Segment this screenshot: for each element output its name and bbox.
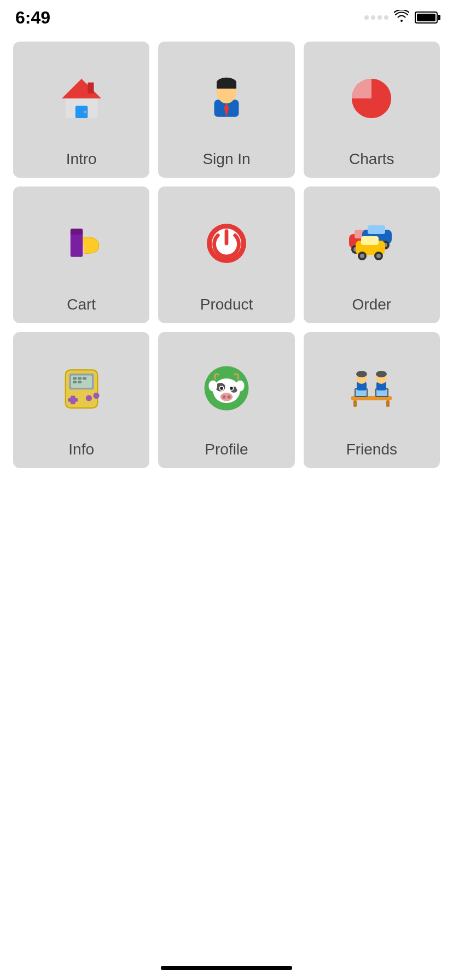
svg-point-43 [93,393,99,399]
friends-label: Friends [346,441,397,458]
info-label: Info [68,441,94,458]
svg-rect-10 [70,231,83,256]
svg-rect-11 [70,229,83,235]
cart-label: Cart [67,296,96,313]
product-icon [164,196,289,290]
grid-item-sign-in[interactable]: Sign In [158,42,294,178]
svg-rect-27 [361,236,379,245]
battery-icon [415,11,438,24]
svg-rect-9 [217,82,236,88]
signal-dots-icon [364,15,388,20]
svg-point-42 [86,395,92,401]
grid-item-product[interactable]: Product [158,186,294,323]
grid-item-order[interactable]: Order [304,186,440,323]
status-icons [364,10,438,25]
svg-rect-21 [368,225,385,234]
grid-item-charts[interactable]: Charts [304,42,440,178]
charts-icon [309,51,434,145]
intro-label: Intro [66,150,97,168]
svg-point-66 [356,371,367,377]
svg-marker-3 [62,79,101,98]
status-time: 6:49 [15,8,50,28]
svg-rect-37 [83,377,86,380]
home-bar [161,966,292,970]
order-label: Order [352,296,392,313]
sign-in-icon [164,51,289,145]
product-label: Product [200,296,253,313]
svg-point-54 [230,387,233,390]
info-icon [19,342,144,435]
app-grid: Intro Sign In Charts [0,33,453,477]
sign-in-label: Sign In [202,150,250,168]
svg-point-56 [236,381,245,392]
grid-item-info[interactable]: Info [13,332,149,468]
svg-rect-4 [88,82,94,93]
charts-label: Charts [349,150,394,168]
intro-icon [19,51,144,145]
grid-item-intro[interactable]: Intro [13,42,149,178]
svg-rect-59 [386,400,390,407]
grid-item-friends[interactable]: Friends [304,332,440,468]
profile-icon [164,342,289,435]
svg-point-50 [227,395,231,399]
status-bar: 6:49 [0,0,453,33]
svg-rect-58 [353,400,357,407]
wifi-icon [394,10,409,25]
svg-rect-35 [73,377,77,380]
svg-point-69 [376,371,387,377]
cart-icon [19,196,144,290]
svg-point-55 [208,381,217,392]
svg-point-31 [376,254,381,258]
grid-item-profile[interactable]: Profile [158,332,294,468]
svg-point-49 [222,395,226,399]
svg-point-29 [360,254,364,258]
svg-rect-41 [68,398,78,402]
svg-point-53 [220,387,223,390]
friends-icon [309,342,434,435]
order-icon [309,196,434,290]
grid-item-cart[interactable]: Cart [13,186,149,323]
profile-label: Profile [205,441,248,458]
svg-point-2 [84,110,86,113]
svg-rect-38 [73,381,77,384]
svg-rect-39 [78,381,82,384]
svg-rect-36 [78,377,82,380]
